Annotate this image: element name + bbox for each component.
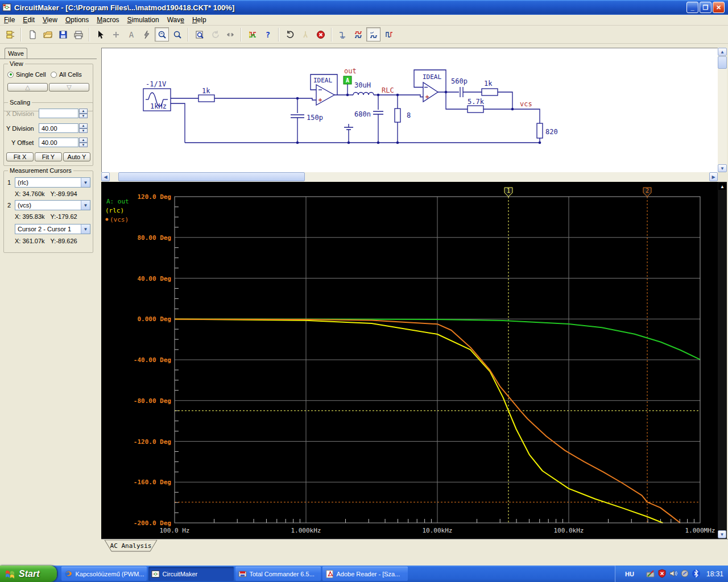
x-division-spinner[interactable]: ▲▼	[79, 109, 88, 118]
schematic-hscrollbar[interactable]: ◀ ▶	[101, 172, 718, 181]
wire[interactable]	[498, 92, 512, 109]
scroll-up-icon[interactable]: ▲	[718, 48, 727, 56]
bluetooth-icon[interactable]	[692, 569, 701, 579]
delete-tool-button[interactable]	[139, 27, 154, 41]
security-shield-icon[interactable]	[657, 569, 667, 579]
scroll-down-icon[interactable]: ▼	[718, 530, 726, 538]
scroll-down-icon[interactable]: ▼	[718, 164, 727, 172]
split-view-button[interactable]	[223, 27, 237, 41]
fit-y-button[interactable]: Fit Y	[35, 152, 62, 161]
fit-x-button[interactable]: Fit X	[6, 152, 34, 161]
radio-single-cell[interactable]: Single Cell	[7, 71, 46, 78]
scope-probe-button[interactable]	[366, 27, 380, 41]
help-button[interactable]: ?	[260, 27, 275, 41]
task-adobe[interactable]: Adobe Reader - [Sza...	[322, 567, 408, 581]
wire[interactable]	[171, 103, 185, 143]
menu-simulation[interactable]: Simulation	[123, 15, 163, 25]
capacitor-c2[interactable]	[373, 111, 383, 114]
resistor-r4[interactable]	[468, 106, 483, 113]
y-offset-spinner[interactable]: ▲▼	[79, 138, 88, 147]
stop-simulation-button[interactable]	[313, 27, 328, 41]
menu-help[interactable]: Help	[188, 15, 210, 25]
new-file-button[interactable]	[25, 27, 39, 41]
scroll-left-icon[interactable]: ◀	[101, 172, 110, 181]
waveform-plot[interactable]: 12120.0 Deg80.00 Deg40.00 Deg0.000 Deg-4…	[101, 182, 718, 539]
task-circuitmaker[interactable]: CircuitMaker	[148, 567, 234, 581]
wire[interactable]	[446, 92, 468, 109]
scroll-up-icon[interactable]: ▲	[718, 183, 726, 190]
start-button[interactable]: Start	[0, 566, 57, 582]
radio-all-cells[interactable]: All Cells	[51, 71, 82, 78]
cell-up-button[interactable]: △	[7, 83, 48, 92]
task-firefox[interactable]: Kapcsolóüzemű (PWM...	[61, 567, 147, 581]
cell-down-button[interactable]: ▽	[49, 83, 89, 92]
opamp-1[interactable]	[316, 85, 334, 105]
capacitor-c1[interactable]	[291, 115, 304, 118]
y-offset-input[interactable]	[39, 138, 78, 147]
save-button[interactable]	[56, 27, 70, 41]
language-indicator[interactable]: HU	[620, 569, 639, 579]
vscroll-thumb[interactable]	[718, 56, 727, 69]
ground-symbol[interactable]	[344, 124, 353, 143]
menu-view[interactable]: View	[39, 15, 61, 25]
task-totalcommander[interactable]: Total Commander 6.5...	[235, 567, 321, 581]
cursor-diff-combobox[interactable]: Cursor 2 - Cursor 1 ▼	[15, 224, 90, 234]
menu-edit[interactable]: Edit	[19, 15, 39, 25]
schematic-vscrollbar[interactable]: ▲ ▼	[718, 48, 727, 172]
probe-a[interactable]: A	[344, 76, 351, 84]
menu-file[interactable]: File	[0, 15, 19, 25]
cursor-2-flag[interactable]: 2	[643, 188, 651, 197]
cursor-1-flag[interactable]: 1	[504, 188, 512, 197]
resistor-r2[interactable]	[395, 109, 400, 122]
wire-tool-button[interactable]	[109, 27, 123, 41]
y-division-input[interactable]	[39, 123, 78, 133]
inductor-l1[interactable]	[353, 93, 374, 95]
hscroll-thumb[interactable]	[118, 172, 305, 181]
probe-setup-button[interactable]	[298, 27, 312, 41]
menu-wave[interactable]: Wave	[163, 15, 188, 25]
wire[interactable]	[483, 109, 540, 143]
tab-wave[interactable]: Wave	[5, 48, 27, 59]
zoom-window-button[interactable]	[192, 27, 206, 41]
resistor-r3[interactable]	[482, 89, 498, 95]
opamp-2[interactable]	[423, 82, 438, 102]
cursor2-signal-combobox[interactable]: (vcs) ▼	[15, 200, 90, 210]
schematic-canvas[interactable]: A -1/1V 1kHz 1k 150p IDEAL 30uH 680n 8 I…	[101, 48, 718, 172]
volume-icon[interactable]	[669, 569, 678, 579]
resistor-r1[interactable]	[198, 95, 214, 102]
cursor1-signal-combobox[interactable]: (rlc) ▼	[15, 177, 90, 188]
wire[interactable]	[214, 98, 316, 100]
menu-macros[interactable]: Macros	[93, 15, 123, 25]
device-icon[interactable]	[680, 569, 689, 579]
zoom-tool-button[interactable]	[170, 27, 184, 41]
close-button[interactable]: ✕	[713, 2, 725, 13]
select-arrow-button[interactable]	[93, 27, 107, 41]
tablet-icon[interactable]	[646, 569, 655, 579]
title-bar[interactable]: CircuitMaker - [C:\Program Files\...\mat…	[0, 0, 728, 15]
y-division-spinner[interactable]: ▲▼	[79, 123, 88, 133]
scroll-right-icon[interactable]: ▶	[709, 172, 718, 181]
probe-tool-button[interactable]	[155, 27, 169, 41]
scope-split-button[interactable]	[382, 27, 396, 41]
minimize-button[interactable]: _	[686, 2, 698, 13]
waveform-vscrollbar[interactable]: ▲ ▼	[718, 182, 727, 539]
restore-button[interactable]: ❐	[700, 2, 712, 13]
chevron-down-icon[interactable]: ▼	[81, 225, 90, 234]
auto-y-button[interactable]: Auto Y	[63, 152, 90, 161]
x-division-input[interactable]	[39, 109, 78, 118]
capacitor-c3[interactable]	[460, 87, 463, 97]
chevron-down-icon[interactable]: ▼	[81, 201, 90, 210]
print-button[interactable]	[71, 27, 85, 41]
clock[interactable]: 18:31	[706, 570, 723, 578]
trace-options-button[interactable]	[245, 27, 259, 41]
rotate-button[interactable]	[208, 27, 222, 41]
chevron-down-icon[interactable]: ▼	[81, 178, 90, 187]
reset-simulation-button[interactable]	[283, 27, 297, 41]
text-tool-button[interactable]: A	[124, 27, 138, 41]
scope-multi-button[interactable]	[351, 27, 365, 41]
browse-parts-button[interactable]	[3, 27, 17, 41]
open-file-button[interactable]	[40, 27, 55, 41]
scope-step-button[interactable]	[336, 27, 350, 41]
resistor-r5[interactable]	[537, 123, 543, 138]
menu-options[interactable]: Options	[61, 15, 93, 25]
